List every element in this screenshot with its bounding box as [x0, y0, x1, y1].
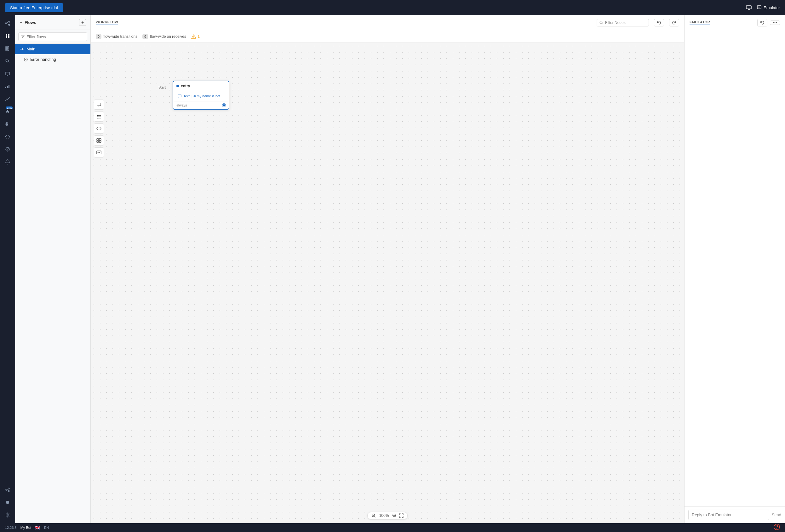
nav-documents[interactable] [2, 43, 13, 54]
svg-point-37 [777, 528, 777, 529]
workflow-canvas[interactable]: Start entry Text | Hi my name is bot alw… [91, 43, 684, 523]
filter-nodes-input[interactable] [605, 21, 646, 25]
toolbox-code-btn[interactable] [94, 124, 104, 133]
chevron-down-icon [20, 21, 23, 24]
code-node-icon [96, 126, 101, 131]
nav-broadcast[interactable] [2, 119, 13, 130]
nav-home[interactable] [2, 30, 13, 42]
emulator-label: Emulator [764, 5, 780, 10]
flow-main-icon [20, 48, 24, 51]
lang-label: EN [44, 526, 49, 530]
svg-point-15 [6, 489, 7, 490]
form-icon [96, 138, 101, 143]
toolbox-chat-btn[interactable] [94, 100, 104, 110]
node-header: entry [173, 81, 229, 91]
message-bubble-icon [178, 95, 181, 98]
workflow-node-entry[interactable]: entry Text | Hi my name is bot always [173, 81, 229, 110]
warning-badge[interactable]: 1 [191, 34, 200, 39]
nav-support[interactable] [2, 144, 13, 155]
screen-icon-btn[interactable] [746, 5, 752, 10]
svg-point-33 [773, 22, 774, 23]
zoom-out-button[interactable] [372, 513, 376, 518]
version-label: 12.26.8 [5, 526, 17, 530]
flow-wide-transitions[interactable]: 0 flow-wide transitions [96, 34, 137, 39]
undo-button[interactable] [654, 19, 664, 26]
svg-rect-10 [7, 86, 8, 88]
nav-settings[interactable] [2, 509, 13, 521]
flow-wide-on-receives[interactable]: 0 flow-wide on receives [143, 34, 186, 39]
emulator-title: EMULATOR [689, 20, 710, 25]
svg-point-12 [7, 124, 8, 125]
more-icon [773, 22, 777, 23]
emulator-header: EMULATOR [685, 15, 785, 30]
flow-main-label: Main [26, 47, 35, 51]
send-button[interactable]: Send [772, 512, 781, 517]
toolbox-list-btn[interactable] [94, 111, 104, 122]
on-receives-label: flow-wide on receives [150, 34, 186, 39]
node-message[interactable]: Text | Hi my name is bot [176, 93, 226, 99]
flows-title: Flows [20, 20, 36, 25]
transitions-label: flow-wide transitions [103, 34, 137, 39]
svg-point-21 [600, 21, 602, 24]
svg-rect-26 [97, 138, 99, 141]
filter-search-container [15, 30, 91, 44]
svg-rect-4 [6, 34, 7, 35]
zoom-fit-button[interactable] [399, 513, 404, 518]
nav-analytics[interactable] [2, 81, 13, 92]
node-dot [176, 85, 179, 87]
nav-reports[interactable] [2, 93, 13, 105]
emulator-body [685, 30, 785, 506]
workflow-area: WORKFLOW 0 flow-wide transitions 0 flow-… [91, 15, 684, 523]
flow-item-main[interactable]: Main [15, 44, 91, 54]
svg-rect-11 [8, 85, 9, 88]
svg-point-3 [8, 24, 10, 26]
top-bar: Start a free Enterprise trial Emulator [0, 0, 785, 15]
svg-point-18 [6, 501, 9, 504]
redo-button[interactable] [669, 19, 679, 26]
nav-share[interactable] [2, 18, 13, 29]
nav-feedback[interactable]: Beta [2, 106, 13, 117]
zoom-out-icon [372, 513, 376, 518]
svg-rect-0 [746, 6, 751, 9]
on-receives-count: 0 [143, 34, 148, 39]
svg-point-23 [97, 115, 98, 116]
svg-point-17 [8, 490, 9, 492]
filter-flows-input[interactable] [26, 34, 84, 39]
add-flow-button[interactable]: + [79, 19, 86, 26]
nav-chat[interactable] [2, 68, 13, 79]
nav-code[interactable] [2, 131, 13, 142]
nav-notifications[interactable] [2, 156, 13, 168]
reply-input[interactable] [688, 510, 769, 520]
nav-integrations[interactable] [2, 484, 13, 496]
alert-icon[interactable] [774, 524, 780, 531]
svg-point-22 [194, 37, 194, 38]
emulator-icon [757, 5, 762, 10]
emulator-more-button[interactable] [770, 21, 780, 25]
nav-translate[interactable] [2, 55, 13, 67]
svg-rect-29 [99, 141, 101, 142]
emulator-footer: Send [685, 506, 785, 523]
trial-button[interactable]: Start a free Enterprise trial [5, 3, 63, 12]
left-nav: Beta [0, 15, 15, 523]
nav-status[interactable] [2, 497, 13, 508]
node-connector[interactable] [222, 104, 226, 107]
beta-badge: Beta [6, 106, 12, 109]
toolbox-form-btn[interactable] [94, 135, 104, 146]
svg-point-1 [8, 21, 10, 22]
bot-name-label: My Bot [21, 526, 31, 530]
fit-view-icon [399, 513, 404, 518]
warning-icon [191, 34, 196, 39]
zoom-in-button[interactable] [392, 513, 397, 518]
flow-item-error[interactable]: Error handling [15, 54, 91, 65]
toolbox-email-btn[interactable] [94, 147, 104, 157]
svg-point-14 [7, 151, 8, 151]
svg-point-16 [8, 488, 9, 489]
node-title: entry [181, 84, 190, 88]
top-bar-right: Emulator [746, 5, 780, 10]
emulator-top-btn[interactable]: Emulator [757, 5, 780, 10]
svg-rect-30 [97, 151, 101, 154]
workflow-title: WORKFLOW [96, 20, 118, 25]
zoom-in-icon [392, 513, 397, 518]
main-layout: Beta Flows + [0, 15, 785, 523]
emulator-restart-button[interactable] [757, 19, 767, 26]
